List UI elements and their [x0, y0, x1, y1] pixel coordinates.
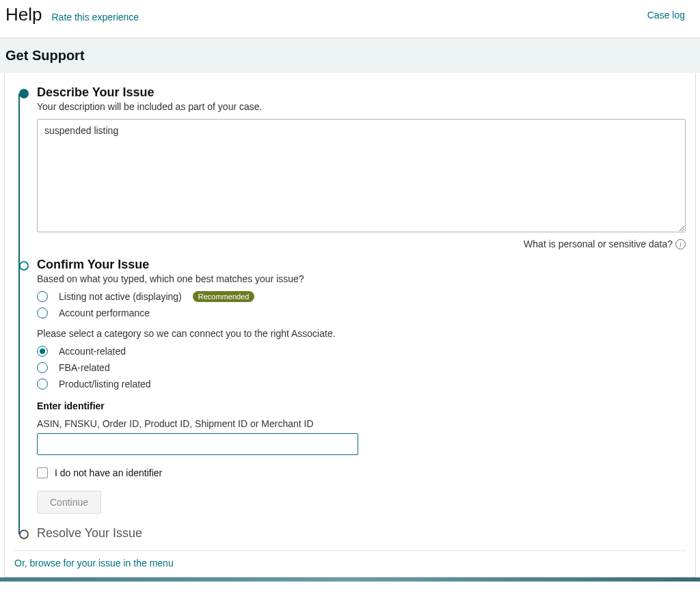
step-resolve-content: Resolve Your Issue [29, 526, 686, 542]
radio-label: Account performance [59, 308, 150, 318]
step-indicator-pending-icon [19, 530, 29, 539]
steps-container: Describe Your Issue Your description wil… [14, 85, 686, 542]
category-option-fba-related[interactable]: FBA-related [37, 362, 686, 373]
step-describe: Describe Your Issue Your description wil… [24, 85, 686, 258]
sensitive-data-link[interactable]: What is personal or sensitive data? [524, 238, 673, 249]
step-describe-title: Describe Your Issue [37, 85, 686, 100]
recommended-badge: Recommended [193, 291, 255, 302]
radio-icon [37, 308, 48, 318]
match-option-account-performance[interactable]: Account performance [37, 308, 686, 318]
category-option-product-listing-related[interactable]: Product/listing related [37, 379, 686, 390]
help-title: Help [5, 4, 42, 25]
checkbox-icon [37, 467, 48, 478]
rate-experience-link[interactable]: Rate this experience [51, 12, 139, 23]
radio-icon [37, 379, 48, 390]
divider [14, 550, 686, 551]
browse-issue-link[interactable]: Or, browse for your issue in the menu [14, 558, 174, 571]
radio-icon [37, 346, 48, 357]
case-log-link[interactable]: Case log [647, 10, 685, 20]
category-option-account-related[interactable]: Account-related [37, 346, 686, 357]
radio-label: Product/listing related [59, 379, 151, 390]
no-identifier-checkbox-row[interactable]: I do not have an identifier [37, 467, 686, 478]
sub-header: Get Support [0, 38, 700, 73]
main-panel: Describe Your Issue Your description wil… [4, 73, 696, 577]
page-title: Get Support [5, 48, 692, 64]
step-confirm-subtitle: Based on what you typed, which one best … [37, 273, 686, 284]
category-instruction: Please select a category so we can conne… [37, 328, 686, 339]
top-bar: Help Rate this experience Case log [0, 0, 700, 38]
identifier-subtext: ASIN, FNSKU, Order ID, Product ID, Shipm… [37, 418, 686, 429]
radio-label: Account-related [59, 346, 126, 357]
sensitive-data-row: What is personal or sensitive data? i [37, 238, 686, 249]
step-confirm: Confirm Your Issue Based on what you typ… [24, 258, 686, 526]
match-option-listing-not-active[interactable]: Listing not active (displaying) Recommen… [37, 291, 686, 302]
no-identifier-label: I do not have an identifier [55, 467, 162, 478]
step-confirm-title: Confirm Your Issue [37, 258, 686, 272]
info-icon[interactable]: i [675, 239, 686, 249]
identifier-heading: Enter identifier [37, 400, 686, 411]
step-describe-subtitle: Your description will be included as par… [37, 101, 686, 112]
step-describe-content: Describe Your Issue Your description wil… [29, 85, 686, 258]
step-connector-line [18, 94, 20, 534]
radio-label: Listing not active (displaying) [59, 291, 182, 302]
radio-icon [37, 362, 48, 373]
radio-label: FBA-related [59, 362, 110, 373]
continue-button[interactable]: Continue [37, 491, 101, 514]
step-resolve-title: Resolve Your Issue [37, 526, 686, 541]
radio-icon [37, 291, 48, 302]
step-indicator-active-icon [19, 261, 29, 271]
step-resolve: Resolve Your Issue [24, 526, 686, 542]
step-indicator-filled-icon [19, 89, 29, 98]
identifier-input[interactable] [37, 433, 358, 455]
footer-strip [0, 577, 700, 582]
step-confirm-content: Confirm Your Issue Based on what you typ… [29, 258, 686, 526]
top-left: Help Rate this experience [5, 4, 139, 25]
issue-description-textarea[interactable] [37, 119, 686, 232]
